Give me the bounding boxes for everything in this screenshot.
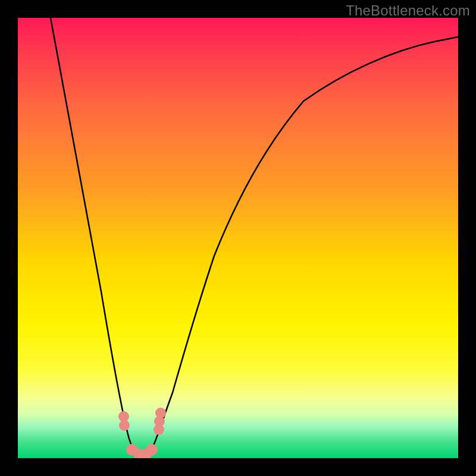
svg-point-1 [119,420,130,431]
bottleneck-curve [51,18,458,455]
curve-svg [18,18,458,458]
svg-point-8 [155,408,166,418]
plot-area [18,18,458,458]
highlight-dots [118,408,166,458]
chart-frame: TheBottleneck.com [0,0,476,476]
watermark-text: TheBottleneck.com [346,2,470,19]
svg-point-5 [146,444,158,456]
